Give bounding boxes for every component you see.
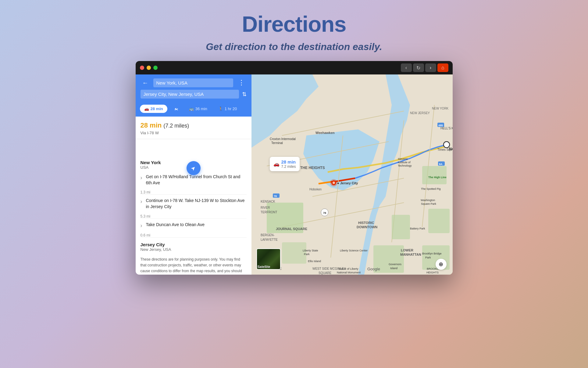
tab-driving[interactable]: 🚗 28 min: [140, 105, 167, 113]
destination-city: Jersey City: [141, 242, 247, 247]
step-content-1: Continue on I-78 W. Take NJ-139 W to Sto…: [146, 198, 247, 210]
map-distance-text: 7.2 miles: [281, 164, 296, 169]
route-info: 28 min (7.2 miles) Via I-78 W: [136, 117, 251, 139]
map-time-badge: 🚗 28 min 7.2 miles: [270, 157, 300, 171]
svg-text:78: 78: [274, 195, 277, 198]
svg-rect-2: [422, 166, 447, 184]
forward-nav-button[interactable]: ›: [425, 63, 436, 72]
svg-text:LAFAYETTE: LAFAYETTE: [261, 238, 278, 241]
header-bottom-row: ⇅: [141, 90, 247, 99]
svg-text:Technology: Technology: [398, 164, 412, 167]
svg-text:Island: Island: [390, 267, 397, 270]
motorcycle-icon: 🏍: [174, 106, 178, 111]
svg-text:Institute of: Institute of: [398, 161, 411, 164]
transit-time-label: 36 min: [195, 106, 207, 111]
svg-text:Washington: Washington: [421, 199, 435, 202]
tab-motorcycle[interactable]: 🏍: [170, 105, 182, 113]
svg-text:Governors: Governors: [389, 263, 402, 266]
more-options-button[interactable]: ⋮: [236, 78, 247, 87]
svg-text:Weehawken: Weehawken: [315, 131, 335, 135]
svg-text:9A: 9A: [439, 163, 443, 166]
svg-text:Google: Google: [367, 267, 380, 271]
directions-header: ← ⋮ ⇅: [136, 74, 251, 102]
svg-text:New York: New York: [449, 147, 453, 151]
map-svg: Weehawken THE HEIGHTS Hoboken HELL'S KIT…: [251, 74, 453, 275]
app-window: ‹ ↻ › ⌂ ← ⋮ ⇅: [136, 61, 453, 275]
svg-text:Stevens: Stevens: [398, 157, 408, 161]
page-subtitle: Get direction to the destination easily.: [206, 41, 382, 52]
transit-icon: 🚌: [189, 106, 194, 111]
step-arrow-icon-1: ›: [141, 198, 142, 205]
route-via: Via I-78 W: [141, 131, 247, 135]
origin-input[interactable]: [153, 78, 233, 87]
svg-text:The High Line: The High Line: [428, 176, 447, 179]
compass-button[interactable]: ⊕: [436, 259, 447, 270]
back-arrow-button[interactable]: ←: [141, 79, 150, 87]
destination-header: Jersey City New Jersey, USA: [136, 238, 251, 253]
traffic-lights: [140, 66, 158, 70]
home-nav-button[interactable]: ⌂: [437, 63, 448, 72]
svg-rect-3: [428, 209, 450, 233]
maximize-button[interactable]: [153, 66, 158, 70]
close-button[interactable]: [140, 66, 144, 70]
step-instruction-2: Take Duncan Ave to Olean Ave: [146, 222, 247, 228]
step-content-2: Take Duncan Ave to Olean Ave: [146, 222, 247, 228]
svg-text:KENSACK: KENSACK: [261, 200, 275, 203]
map-car-icon: 🚗: [273, 161, 280, 167]
svg-text:Liberty Science Center: Liberty Science Center: [340, 249, 368, 252]
svg-text:DOWNTOWN: DOWNTOWN: [357, 225, 377, 229]
svg-point-28: [444, 142, 450, 148]
svg-text:JOURNAL SQUARE: JOURNAL SQUARE: [276, 227, 307, 231]
step-distance-2: 0.6 mi: [136, 233, 251, 237]
svg-text:SQUARE: SQUARE: [319, 271, 332, 275]
svg-text:● Jersey City: ● Jersey City: [337, 181, 358, 185]
svg-text:MANHATTAN: MANHATTAN: [400, 253, 421, 256]
map-time-text: 28 min: [281, 159, 296, 164]
svg-text:Liberty State: Liberty State: [303, 249, 318, 252]
destination-input[interactable]: [141, 90, 239, 99]
svg-rect-7: [392, 215, 410, 239]
svg-text:Square Park: Square Park: [421, 202, 437, 205]
minimize-button[interactable]: [147, 66, 151, 70]
tab-walking[interactable]: 🚶 1 hr 20: [214, 105, 241, 113]
walking-time-label: 1 hr 20: [225, 106, 237, 111]
svg-text:495: 495: [438, 124, 443, 127]
compass-icon: ⊕: [439, 261, 443, 268]
disclaimer-text: These directions are for planning purpos…: [136, 253, 251, 275]
step-arrow-icon-0: ›: [141, 175, 142, 181]
svg-text:Brooklyn Bridge: Brooklyn Bridge: [422, 252, 442, 255]
svg-text:HISTORIC: HISTORIC: [358, 221, 374, 225]
nav-controls: ‹ ↻ › ⌂: [401, 63, 448, 72]
step-distance-1: 5.3 mi: [136, 214, 251, 218]
svg-text:National Monument: National Monument: [337, 271, 361, 274]
tab-transit[interactable]: 🚌 36 min: [185, 105, 212, 113]
svg-text:The Spotted Pig: The Spotted Pig: [421, 187, 441, 190]
step-item-1[interactable]: › Continue on I-78 W. Take NJ-139 W to S…: [136, 195, 251, 213]
navigate-fab-button[interactable]: ➤: [187, 161, 201, 175]
step-instruction-1: Continue on I-78 W. Take NJ-139 W to Sto…: [146, 198, 247, 210]
page-title: Directions: [206, 12, 382, 36]
back-nav-button[interactable]: ‹: [401, 63, 412, 72]
map-area[interactable]: Weehawken THE HEIGHTS Hoboken HELL'S KIT…: [251, 74, 453, 275]
title-bar: ‹ ↻ › ⌂: [136, 61, 453, 74]
step-distance-0: 1.3 mi: [136, 190, 251, 194]
svg-text:Hoboken: Hoboken: [309, 188, 322, 191]
svg-text:NEW JERSEY: NEW JERSEY: [410, 111, 430, 115]
svg-text:78: 78: [323, 211, 326, 215]
swap-directions-button[interactable]: ⇅: [242, 91, 247, 98]
destination-region: New Jersey, USA: [141, 247, 247, 252]
svg-text:NEW YORK: NEW YORK: [432, 107, 449, 110]
svg-text:Croxton Intermodal: Croxton Intermodal: [270, 137, 296, 141]
svg-text:THE HEIGHTS: THE HEIGHTS: [300, 166, 325, 170]
svg-text:TERFRONT: TERFRONT: [261, 211, 277, 214]
map-time-info: 28 min 7.2 miles: [281, 159, 296, 169]
walking-icon: 🚶: [218, 106, 223, 111]
svg-rect-6: [282, 242, 306, 264]
step-instruction-0: Get on I-78 W/Holland Tunnel from Church…: [146, 174, 247, 186]
route-info-container: 28 min (7.2 miles) Via I-78 W ➤: [136, 117, 251, 156]
svg-text:LOWER: LOWER: [401, 248, 413, 252]
step-item-2[interactable]: › Take Duncan Ave to Olean Ave: [136, 219, 251, 232]
transport-tabs: 🚗 28 min 🏍 🚌 36 min 🚶 1 hr 20: [136, 102, 251, 117]
refresh-nav-button[interactable]: ↻: [413, 63, 424, 72]
app-body: ← ⋮ ⇅ 🚗 28 min 🏍 🚌: [136, 74, 453, 275]
